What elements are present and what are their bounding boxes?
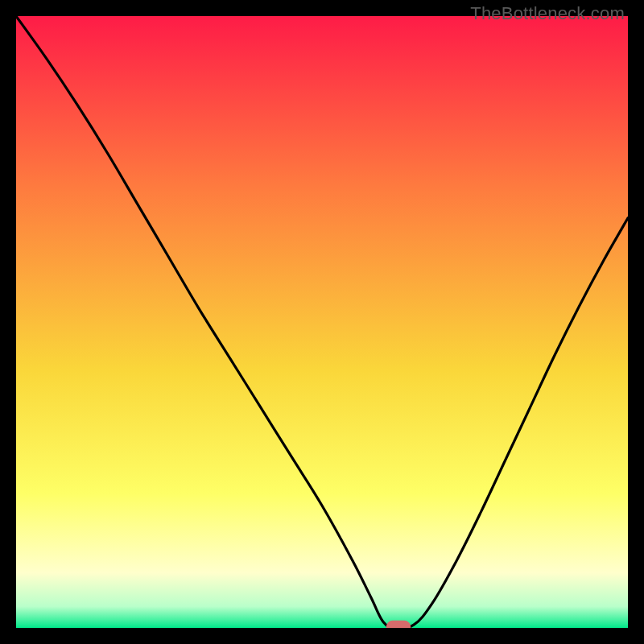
- minimum-marker: [386, 621, 411, 628]
- chart-background: [16, 16, 628, 628]
- chart-frame: [16, 16, 628, 628]
- bottleneck-chart: [16, 16, 628, 628]
- watermark-text: TheBottleneck.com: [470, 3, 625, 24]
